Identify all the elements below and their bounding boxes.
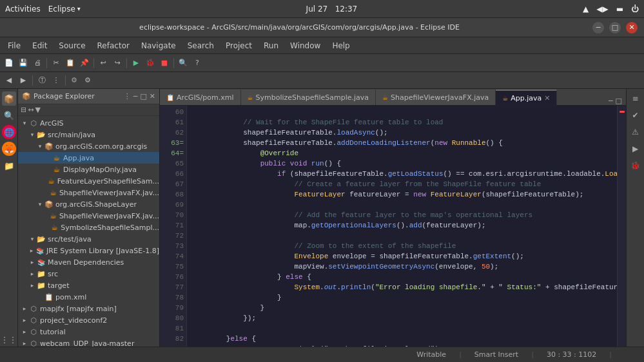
- redo-button[interactable]: ↪: [111, 57, 124, 70]
- eclipse-menu-button[interactable]: Eclipse ▾: [48, 5, 81, 14]
- nav-forward-button[interactable]: ▶: [17, 74, 30, 87]
- files-icon[interactable]: 📁: [2, 158, 16, 173]
- undo-button[interactable]: ↩: [97, 57, 110, 70]
- tree-item-tutorial[interactable]: ▸ ⬡ tutorial: [18, 326, 159, 338]
- tab-pom-xml[interactable]: 📋 ArcGIS/pom.xml: [160, 90, 241, 105]
- code-line: // Zoom to the extent of the shapefile: [192, 241, 612, 251]
- tree-item-pom[interactable]: 📋 pom.xml: [18, 291, 159, 303]
- tree-arrow: ▾: [36, 201, 44, 207]
- tab-close-button[interactable]: ✕: [544, 94, 550, 102]
- help-button[interactable]: ?: [191, 57, 204, 70]
- project-icon: ⬡: [28, 303, 39, 314]
- package-explorer-icon[interactable]: 📦: [2, 91, 16, 106]
- code-line: } else {: [192, 272, 612, 282]
- tree-item-shapefileviewer2[interactable]: ☕ ShapefileViewerJavaFX.jav...: [18, 210, 159, 222]
- menu-refactor[interactable]: Refactor: [92, 40, 135, 52]
- tree-item-mapjfx[interactable]: ▸ ⬡ mapjfx [mapjfx main]: [18, 303, 159, 314]
- close-button[interactable]: ✕: [626, 22, 638, 33]
- tree-item-src-main[interactable]: ▾ 📂 src/main/java: [18, 129, 159, 140]
- sidebar-more[interactable]: ▼: [35, 106, 40, 114]
- sidebar-minimize[interactable]: ─: [133, 92, 138, 100]
- tab-shapefileviewer[interactable]: ☕ ShapefileViewerJavaFX.java: [376, 90, 496, 105]
- line-number: 79: [162, 303, 184, 313]
- tree-item-package-shapelayer[interactable]: ▾ 📦 org.arcGIS.ShapeLayer: [18, 198, 159, 210]
- tree-item-src[interactable]: ▸ 📁 src: [18, 268, 159, 280]
- cut-button[interactable]: ✂: [50, 57, 63, 70]
- menu-project[interactable]: Project: [220, 40, 257, 52]
- sidebar-view-menu[interactable]: ⋮: [124, 92, 131, 100]
- toolbar-secondary: ◀ ▶ Ⓣ ⋮ ⚙ ⚙: [0, 72, 644, 89]
- search-button[interactable]: 🔍: [177, 57, 190, 70]
- tree-item-featurelayer[interactable]: ☕ FeatureLayerShapefileSam...: [18, 175, 159, 187]
- run-button[interactable]: ▶: [130, 57, 142, 70]
- activities-button[interactable]: Activities: [5, 5, 41, 14]
- tree-label: target: [48, 281, 69, 290]
- nav-back-button[interactable]: ◀: [3, 74, 15, 87]
- tree-item-maven[interactable]: ▸ 📚 Maven Dependencies: [18, 256, 159, 268]
- tree-item-webcam-udp[interactable]: ▸ ⬡ webcam_UDP_Java-master: [18, 338, 159, 347]
- tree-item-displaymaponly[interactable]: ☕ DisplayMapOnly.java: [18, 164, 159, 175]
- tree-label: pom.xml: [55, 293, 86, 301]
- menu-window[interactable]: Window: [285, 40, 326, 52]
- minimize-button[interactable]: ─: [592, 22, 604, 33]
- new-button[interactable]: 📄: [3, 57, 15, 70]
- line-number: 72: [162, 231, 184, 241]
- sidebar-collapse-all[interactable]: ⊟: [21, 106, 26, 114]
- tab-symbolize[interactable]: ☕ SymbolizeShapefileSample.java: [241, 90, 376, 105]
- copy-button[interactable]: 📋: [64, 57, 77, 70]
- menu-file[interactable]: File: [3, 40, 26, 52]
- sidebar-link-editor[interactable]: ↔: [28, 106, 34, 114]
- tree-item-videoconf[interactable]: ▸ ⬡ project_videoconf2: [18, 314, 159, 326]
- stop-button[interactable]: ■: [158, 57, 171, 70]
- line-number: 61: [162, 117, 184, 128]
- menu-source[interactable]: Source: [54, 40, 90, 52]
- print-button[interactable]: 🖨: [31, 57, 44, 70]
- tree-label: org.arcGIS.com.org.arcgis: [55, 142, 147, 151]
- menu-navigate[interactable]: Navigate: [136, 40, 181, 52]
- problems-icon[interactable]: ⚠: [629, 125, 643, 139]
- open-type-button[interactable]: Ⓣ: [35, 74, 48, 87]
- line-number: 70: [162, 210, 184, 220]
- tree-label: ShapefileViewerJavaFX.jav...: [59, 212, 159, 220]
- toolbar-sep-5: [32, 75, 33, 86]
- tree-item-src-test[interactable]: ▾ 📂 src/test/java: [18, 233, 159, 245]
- console-icon[interactable]: ▶: [629, 142, 643, 156]
- browser-icon[interactable]: 🌐: [2, 125, 16, 139]
- writable-status: Writable: [416, 350, 446, 359]
- battery-icon: ▬: [616, 5, 623, 14]
- sidebar-close[interactable]: ✕: [150, 92, 155, 100]
- tabs-maximize[interactable]: □: [616, 97, 622, 105]
- paste-button[interactable]: 📌: [78, 57, 91, 70]
- tree-item-package-arcgis[interactable]: ▾ 📦 org.arcGIS.com.org.arcgis: [18, 140, 159, 152]
- tree-label: project_videoconf2: [40, 316, 107, 325]
- debug-icon[interactable]: 🐞: [629, 158, 643, 173]
- tasks-icon[interactable]: ✔: [629, 108, 643, 122]
- menu-run[interactable]: Run: [259, 40, 284, 52]
- tabs-minimize[interactable]: ─: [609, 97, 613, 105]
- tree-item-target[interactable]: ▸ 📁 target: [18, 280, 159, 291]
- outline-icon[interactable]: ≡: [629, 91, 643, 106]
- toolbar-primary: 📄 💾 🖨 ✂ 📋 📌 ↩ ↪ ▶ 🐞 ■ 🔍 ?: [0, 54, 644, 72]
- tree-item-app-java[interactable]: ☕ App.java: [18, 152, 159, 164]
- code-content[interactable]: // Wait for the ShapeFile feature table …: [187, 106, 617, 347]
- grid-icon[interactable]: ⋮⋮: [2, 332, 16, 347]
- tree-item-arcgis[interactable]: ▾ ⬡ ArcGIS: [18, 117, 159, 129]
- library-icon: 📚: [36, 257, 46, 267]
- hierarchy-button[interactable]: ⋮: [50, 74, 63, 87]
- maximize-button[interactable]: □: [609, 22, 621, 33]
- menu-edit[interactable]: Edit: [27, 40, 52, 52]
- save-button[interactable]: 💾: [17, 57, 30, 70]
- firefox-icon[interactable]: 🦊: [2, 142, 16, 156]
- tree-item-symbolize[interactable]: ☕ SymbolizeShapefileSampl...: [18, 222, 159, 233]
- sidebar-maximize[interactable]: □: [140, 92, 146, 100]
- line-number: 65: [162, 158, 184, 169]
- tree-item-shapefileviewer1[interactable]: ☕ ShapefileViewerJavaFX.jav...: [18, 187, 159, 198]
- debug-button[interactable]: 🐞: [144, 57, 157, 70]
- preferences-button[interactable]: ⚙: [81, 74, 94, 87]
- menu-help[interactable]: Help: [327, 40, 355, 52]
- eclipse-dropdown-arrow: ▾: [77, 5, 81, 12]
- tab-app-java[interactable]: ☕ App.java ✕: [496, 90, 557, 105]
- menu-search[interactable]: Search: [182, 40, 219, 52]
- search-icon[interactable]: 🔍: [2, 108, 16, 122]
- tree-item-jre[interactable]: ▸ 📚 JRE System Library [JavaSE-1.8]: [18, 245, 159, 256]
